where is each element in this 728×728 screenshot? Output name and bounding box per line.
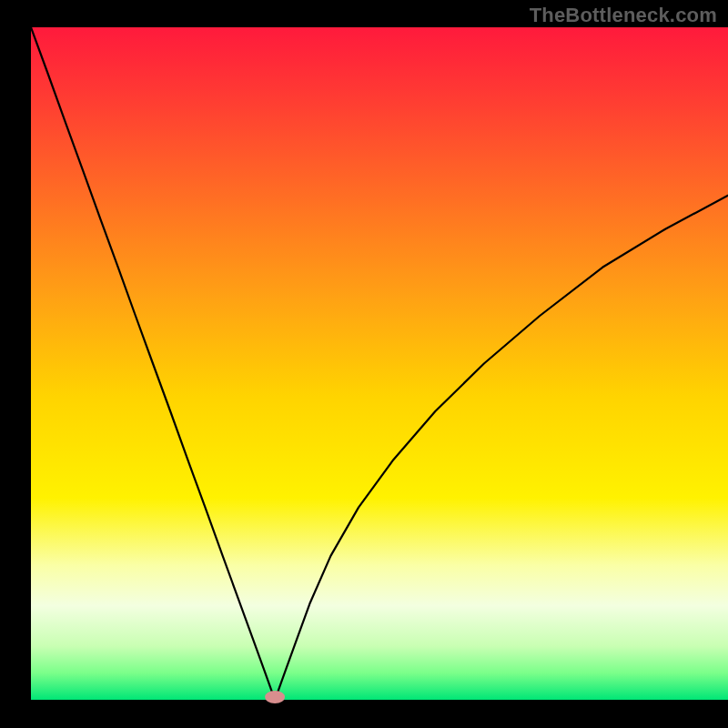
bottleneck-chart	[0, 0, 728, 728]
chart-container: TheBottleneck.com	[0, 0, 728, 728]
watermark-text: TheBottleneck.com	[530, 4, 717, 27]
chart-plot-area	[31, 27, 728, 700]
optimal-point-marker	[265, 691, 285, 703]
